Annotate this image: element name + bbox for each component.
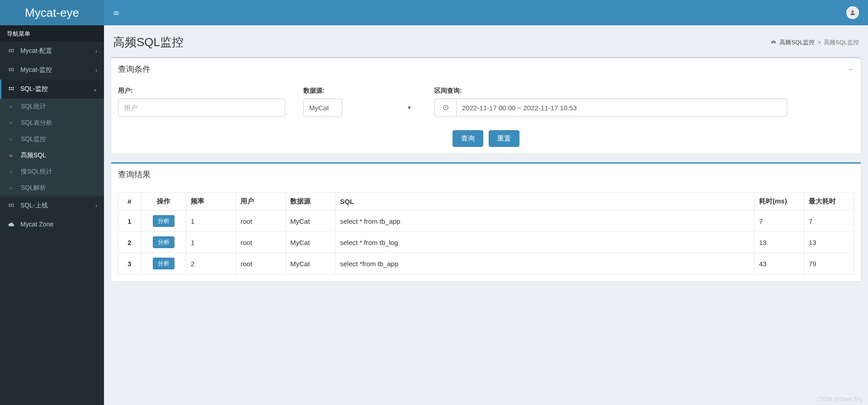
svg-rect-22 — [9, 206, 10, 207]
sidebar-item-label: Mycat-配置 — [20, 47, 95, 55]
circle-icon: ○ — [9, 104, 17, 110]
svg-rect-14 — [11, 87, 12, 88]
datasource-label: 数据源: — [303, 87, 416, 95]
cell-user: root — [236, 211, 286, 232]
page-title: 高频SQL监控 — [113, 34, 184, 50]
sidebar-toggle[interactable] — [113, 8, 119, 18]
svg-rect-3 — [13, 49, 14, 50]
collapse-button[interactable] — [848, 66, 854, 73]
grid-icon — [7, 47, 16, 55]
table-row: 3 分析 2 root MyCat select *from tb_app 43… — [118, 253, 854, 274]
range-label: 区间查询: — [434, 87, 787, 95]
subitem-label: SQL监控 — [21, 135, 46, 143]
table-row: 1 分析 1 root MyCat select * from tb_app 7… — [118, 211, 854, 232]
results-table: # 操作 频率 用户 数据源 SQL 耗时(ms) 最大耗时 1 分析 1 — [118, 192, 854, 274]
analyze-button[interactable]: 分析 — [153, 215, 175, 227]
cell-idx: 2 — [118, 232, 141, 253]
svg-rect-5 — [11, 51, 12, 52]
svg-rect-13 — [9, 87, 10, 88]
subitem-slow-sql-stats[interactable]: ○ 慢SQL统计 — [0, 164, 104, 180]
breadcrumb: 高频SQL监控 > 高频SQL监控 — [770, 38, 859, 47]
cell-time: 13 — [755, 232, 804, 253]
svg-rect-10 — [9, 70, 10, 71]
subitem-sql-monitor[interactable]: ○ SQL监控 — [0, 131, 104, 147]
cell-sql: select * from tb_app — [335, 211, 755, 232]
svg-point-0 — [852, 10, 854, 13]
app-logo[interactable]: Mycat-eye — [0, 0, 104, 25]
circle-icon: ○ — [9, 185, 17, 191]
col-idx-header: # — [118, 193, 141, 211]
breadcrumb-sep: > — [817, 39, 821, 46]
query-button[interactable]: 查询 — [453, 130, 483, 147]
minus-icon — [848, 66, 854, 73]
sidebar-item-sql-monitor[interactable]: SQL-监控 ⌄ — [0, 80, 104, 99]
datasource-select[interactable]: MyCat — [303, 99, 342, 117]
cell-ds: MyCat — [286, 211, 335, 232]
svg-rect-24 — [13, 206, 14, 207]
nav-header: 导航菜单 — [0, 25, 104, 42]
cell-sql: select *from tb_app — [335, 253, 755, 274]
sidebar-item-mycat-config[interactable]: Mycat-配置 ‹ — [0, 42, 104, 61]
dashboard-icon — [770, 38, 777, 46]
chevron-down-icon: ⌄ — [93, 86, 97, 92]
sidebar-item-label: Mycat-监控 — [20, 66, 95, 74]
user-input[interactable] — [118, 99, 285, 117]
cell-freq: 2 — [186, 253, 236, 274]
svg-rect-1 — [9, 49, 10, 50]
svg-rect-19 — [9, 204, 10, 205]
svg-rect-15 — [13, 87, 14, 88]
sidebar-item-label: Mycat Zone — [20, 221, 97, 228]
analyze-button[interactable]: 分析 — [153, 236, 175, 248]
subitem-sql-parse[interactable]: ○ SQL解析 — [0, 180, 104, 196]
subitem-high-freq-sql[interactable]: ○ 高频SQL — [0, 147, 104, 164]
filter-panel: 查询条件 用户: 数据源: MyCat ▼ — [111, 57, 861, 154]
user-avatar[interactable] — [846, 6, 859, 19]
svg-rect-12 — [13, 70, 14, 71]
subitem-sql-table-analysis[interactable]: ○ SQL表分析 — [0, 115, 104, 131]
breadcrumb-root[interactable]: 高频SQL监控 — [779, 38, 815, 47]
cell-ds: MyCat — [286, 253, 335, 274]
col-user-header: 用户 — [236, 193, 286, 211]
circle-icon: ○ — [9, 169, 17, 175]
svg-rect-21 — [13, 204, 14, 205]
subitem-label: SQL统计 — [21, 103, 46, 111]
sidebar-item-sql-online[interactable]: SQL-上线 ‹ — [0, 196, 104, 215]
subitem-label: SQL解析 — [21, 184, 46, 192]
svg-rect-9 — [13, 68, 14, 69]
user-label: 用户: — [118, 87, 285, 95]
grid-icon — [7, 85, 16, 93]
sidebar-item-mycat-zone[interactable]: Mycat Zone — [0, 215, 104, 233]
sidebar-item-label: SQL-监控 — [20, 85, 93, 93]
circle-icon: ○ — [9, 152, 17, 159]
svg-rect-2 — [11, 49, 12, 50]
breadcrumb-leaf: 高频SQL监控 — [824, 38, 859, 47]
sidebar-item-mycat-monitor[interactable]: Mycat-监控 ‹ — [0, 61, 104, 80]
col-ds-header: 数据源 — [286, 193, 335, 211]
sidebar: 导航菜单 Mycat-配置 ‹ Mycat-监控 ‹ SQL-监控 ⌄ ○ SQ… — [0, 25, 104, 405]
svg-rect-20 — [11, 204, 12, 205]
cell-idx: 3 — [118, 253, 141, 274]
svg-rect-7 — [9, 68, 10, 69]
subitem-label: 慢SQL统计 — [21, 168, 52, 176]
results-panel: 查询结果 # 操作 频率 用户 数据源 SQL 耗时(ms) 最大耗时 — [111, 162, 861, 282]
cell-sql: select * from tb_log — [335, 232, 755, 253]
cell-maxtime: 79 — [804, 253, 854, 274]
cell-freq: 1 — [186, 232, 236, 253]
subitem-label: 高频SQL — [21, 151, 46, 160]
filter-panel-title: 查询条件 — [118, 64, 151, 75]
grid-icon — [7, 66, 16, 74]
subitem-sql-stats[interactable]: ○ SQL统计 — [0, 99, 104, 115]
reset-button[interactable]: 重置 — [489, 130, 519, 147]
date-range-input[interactable] — [456, 99, 787, 117]
svg-rect-18 — [13, 89, 14, 90]
results-panel-title: 查询结果 — [118, 169, 151, 180]
cell-freq: 1 — [186, 211, 236, 232]
analyze-button[interactable]: 分析 — [153, 258, 175, 269]
svg-rect-4 — [9, 51, 10, 52]
svg-rect-16 — [9, 89, 10, 90]
clock-icon — [434, 99, 456, 117]
chevron-left-icon: ‹ — [95, 203, 97, 208]
circle-icon: ○ — [9, 120, 17, 126]
cell-time: 7 — [755, 211, 804, 232]
grid-icon — [7, 202, 16, 209]
